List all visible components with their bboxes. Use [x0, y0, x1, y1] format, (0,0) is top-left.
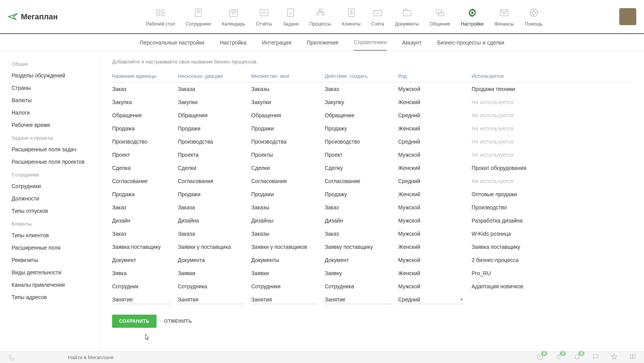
nav-Календарь[interactable]: 5мартКалендарь [216, 7, 251, 27]
cell: Производство [472, 204, 533, 211]
book-icon[interactable] [629, 353, 636, 361]
bell-icon[interactable]: 4 [574, 353, 581, 361]
table-row[interactable]: Заявка поставщикуЗаявки у поставщикаЗаяв… [112, 240, 632, 253]
subtab-Интеграция[interactable]: Интеграция [262, 35, 291, 50]
nav-icon-12 [528, 7, 540, 19]
fire-icon[interactable]: 3 [555, 353, 562, 361]
edit-cell[interactable]: Занятие [112, 296, 171, 304]
cell: Не используется [472, 99, 533, 105]
nav-Финансы[interactable]: Финансы [489, 7, 519, 27]
table-row[interactable]: ЗаказЗаказаЗаказыЗаказМужскойW-Kids розн… [112, 227, 632, 240]
table-row[interactable]: ЗаказЗаказаЗаказыЗаказМужскойПродажи тех… [112, 82, 632, 96]
col-Множество: мои[interactable]: Множество: мои [251, 73, 325, 79]
table-row[interactable]: ПроектПроектаПроектыПроектМужскойНе испо… [112, 148, 632, 161]
nav-Счета[interactable]: ₽Счета [366, 7, 390, 27]
cell: Заявка поставщику [112, 244, 178, 250]
cell: Проекта [178, 152, 251, 158]
sidebar-item-Расширенные поля проектов[interactable]: Расширенные поля проектов [0, 156, 100, 168]
cell: Продажи [178, 125, 251, 132]
search-box[interactable] [68, 354, 431, 360]
chat-icon[interactable] [592, 353, 599, 361]
table-row[interactable]: СогласованиеСогласованияСогласованияСогл… [112, 175, 632, 188]
table-row[interactable]: ДокументДокументаДокументыДокументМужско… [112, 253, 632, 267]
table-row[interactable]: ПроизводствоПроизводстваПроизводстваПрои… [112, 135, 632, 148]
top-nav: Мегаплан Рабочий столСотрудники5мартКале… [0, 0, 644, 34]
phone-icon[interactable] [8, 354, 14, 361]
sidebar-item-Страны[interactable]: Страны [0, 82, 100, 94]
svg-rect-0 [157, 10, 160, 12]
cell: Заказ [112, 86, 178, 92]
sidebar-item-Типы адресов[interactable]: Типы адресов [0, 291, 100, 303]
svg-point-5 [197, 10, 199, 13]
nav-icon-5 [314, 7, 327, 19]
col-Используется[interactable]: Используется [472, 73, 533, 79]
table-row[interactable]: СделкаСделкиСделкиСделкуЖенскийПрокат об… [112, 161, 632, 175]
sidebar-item-Расширенные поля[interactable]: Расширенные поля [0, 241, 100, 254]
nav-Общение[interactable]: Общение [424, 7, 456, 27]
nav-Сотрудники[interactable]: Сотрудники [181, 7, 216, 27]
star-icon[interactable] [611, 353, 618, 361]
table-row[interactable]: ОбращениеОбращенияОбращенияОбращениеСред… [112, 109, 632, 122]
sidebar-item-Типы клиентов[interactable]: Типы клиентов [0, 229, 100, 241]
cell: 2 бизнес-процесса [472, 257, 533, 263]
subtab-Настройка[interactable]: Настройка [220, 35, 247, 50]
cell: Мужской [398, 86, 472, 92]
nav-Настройки[interactable]: Настройки [455, 7, 489, 27]
cancel-button[interactable]: ОТМЕНИТЬ [164, 318, 192, 324]
edit-cell[interactable]: Средний [398, 296, 465, 304]
sidebar-item-Должности[interactable]: Должности [0, 192, 100, 205]
cell: Заказ [112, 204, 178, 211]
col-Действие: создать[interactable]: Действие: создать [325, 73, 398, 79]
avatar[interactable] [619, 8, 636, 25]
clock-icon[interactable]: 6 [537, 353, 543, 361]
subtab-Приложения[interactable]: Приложения [307, 35, 339, 50]
table-row[interactable]: ДизайнДизайнаДизайныДизайнМужскойРазрабо… [112, 214, 632, 227]
table-row[interactable]: ПродажаПродажиПродажиПродажуЖенскийОптов… [112, 188, 632, 201]
subtab-Персональные настройки[interactable]: Персональные настройки [140, 35, 204, 50]
col-Название единицы[interactable]: Название единицы [112, 73, 178, 79]
nav-Задачи[interactable]: Задачи [278, 7, 304, 27]
col-Род[interactable]: Род [398, 73, 472, 79]
edit-cell[interactable] [472, 300, 526, 301]
sidebar-item-Каналы привлечения[interactable]: Каналы привлечения [0, 279, 100, 291]
svg-point-30 [503, 12, 505, 14]
col-Несколько: два/две[interactable]: Несколько: два/две [178, 73, 251, 79]
nav-Процессы[interactable]: Процессы [304, 7, 337, 27]
sidebar-item-Валюты[interactable]: Валюты [0, 94, 100, 106]
svg-rect-2 [157, 14, 160, 16]
sidebar-item-Сотрудники[interactable]: Сотрудники [0, 180, 100, 192]
sidebar-item-Налоги[interactable]: Налоги [0, 106, 100, 119]
subtab-Справочники[interactable]: Справочники [354, 34, 387, 51]
nav-Клиенты[interactable]: Клиенты [337, 7, 366, 27]
save-button[interactable]: СОХРАНИТЬ [112, 315, 157, 328]
cell: Продажа [112, 125, 178, 132]
subtab-Аккаунт[interactable]: Аккаунт [402, 35, 422, 50]
sidebar-item-Расширенные поля задач[interactable]: Расширенные поля задач [0, 143, 100, 156]
search-input[interactable] [68, 354, 431, 360]
table-row[interactable]: ЗаказЗаказаЗаказыЗаказМужскойПроизводств… [112, 201, 632, 214]
logo[interactable]: Мегаплан [8, 12, 58, 21]
sidebar-item-Разделы обсуждений[interactable]: Разделы обсуждений [0, 69, 100, 82]
sidebar-item-Типы отпусков[interactable]: Типы отпусков [0, 205, 100, 217]
nav-Рабочий стол[interactable]: Рабочий стол [140, 7, 180, 27]
nav-Помощь[interactable]: Помощь [519, 7, 548, 27]
nav-Отчёты[interactable]: Отчёты [250, 7, 278, 27]
sidebar-item-Рабочее время[interactable]: Рабочее время [0, 119, 100, 131]
edit-cell[interactable]: Занятия [178, 296, 244, 304]
table-row[interactable]: ПродажаПродажиПродажиПродажуЖенскийНе ис… [112, 122, 632, 135]
sidebar-item-Виды деятельности[interactable]: Виды деятельности [0, 266, 100, 279]
cell: Заказы [251, 86, 325, 92]
table-row[interactable]: ЗявкаЗаявкиЗаявкиЗаявкуЖенскийPro_RU [112, 267, 632, 280]
nav-items: Рабочий столСотрудники5мартКалендарьОтчё… [69, 7, 619, 27]
edit-cell[interactable]: Занятия [251, 296, 318, 304]
sidebar-item-Реквизиты[interactable]: Реквизиты [0, 254, 100, 266]
subtab-Бизнес-процессы и сделки[interactable]: Бизнес-процессы и сделки [437, 35, 504, 50]
subtabs-bar: Персональные настройкиНастройкаИнтеграци… [0, 34, 644, 51]
nav-label: Документы [395, 21, 419, 27]
table-edit-row[interactable]: ЗанятиеЗанятияЗанятияЗанятиеСредний [112, 293, 632, 308]
cell: Заказы [251, 204, 325, 211]
edit-cell[interactable]: Занятие [325, 296, 391, 304]
table-row[interactable]: СотрудникСотрудникаСотрудникиСотрудникаМ… [112, 280, 632, 293]
nav-Документы[interactable]: Документы [390, 7, 424, 27]
table-row[interactable]: ЗакупкаЗакупкиЗакупкиЗакупкуЖенскийНе ис… [112, 96, 632, 109]
